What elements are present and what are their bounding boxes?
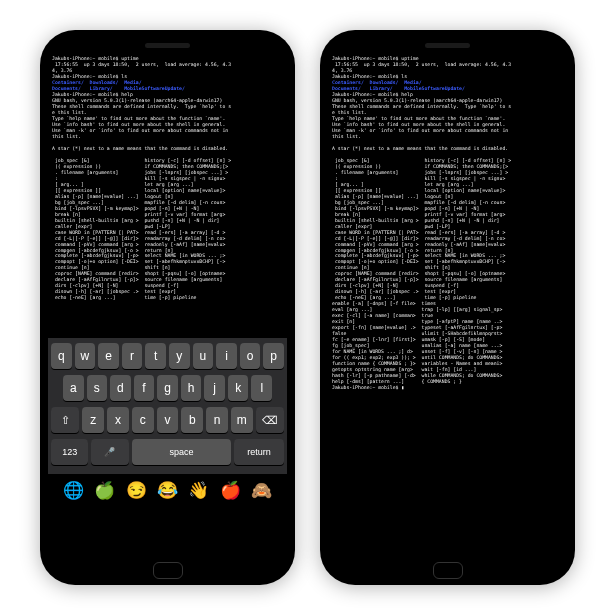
key-i[interactable]: i — [216, 343, 237, 369]
emoji-joy[interactable]: 😂 — [157, 480, 178, 501]
dir: Media/ — [404, 80, 421, 85]
kb-row-2: a s d f g h j k l — [51, 375, 284, 401]
line: These shell commands are defined interna… — [52, 104, 231, 109]
key-s[interactable]: s — [87, 375, 108, 401]
emoji-smirk[interactable]: 😏 — [126, 480, 147, 501]
key-c[interactable]: c — [132, 407, 154, 433]
emoji-wave[interactable]: 👋 — [188, 480, 209, 501]
terminal-output-left: Jakubs-iPhone:~ mobile$ uptime 17:56:55 … — [48, 53, 287, 338]
help-columns: job_spec [&] history [-c] [-d offset] [n… — [332, 158, 511, 301]
help-columns: job_spec [&] history [-c] [-d offset] [n… — [52, 158, 231, 301]
key-l[interactable]: l — [251, 375, 272, 401]
key-t[interactable]: t — [145, 343, 166, 369]
line: Use `man -k' or `info' to find out more … — [52, 128, 228, 133]
line: These shell commands are defined interna… — [332, 104, 511, 109]
line: Jakubs-iPhone:~ mobile$ help — [52, 92, 133, 97]
line: Jakubs-iPhone:~ mobile$ ls — [52, 74, 127, 79]
home-button[interactable] — [153, 562, 183, 579]
line: Jakubs-iPhone:~ mobile$ uptime — [52, 56, 139, 61]
line: Use `info bash' to find out more about t… — [52, 122, 225, 127]
key-j[interactable]: j — [204, 375, 225, 401]
line: e this list. — [332, 110, 367, 115]
dir: MobileSoftwareUpdate/ — [124, 86, 185, 91]
line: Use `info bash' to find out more about t… — [332, 122, 505, 127]
dir: Documents/ — [52, 86, 81, 91]
line: A star (*) next to a name means that the… — [332, 146, 508, 151]
line: this list. — [52, 134, 81, 139]
line: this list. — [332, 134, 361, 139]
key-d[interactable]: d — [110, 375, 131, 401]
key-p[interactable]: p — [263, 343, 284, 369]
kb-row-1: q w e r t y u i o p — [51, 343, 284, 369]
screen-right: Jakubs-iPhone:~ mobile$ uptime 17:56:55 … — [328, 53, 567, 558]
dir: MobileSoftwareUpdate/ — [404, 86, 465, 91]
emoji-see-no-evil[interactable]: 🙈 — [251, 480, 272, 501]
key-x[interactable]: x — [107, 407, 129, 433]
key-space[interactable]: space — [132, 439, 232, 465]
key-o[interactable]: o — [240, 343, 261, 369]
key-b[interactable]: b — [181, 407, 203, 433]
key-123[interactable]: 123 — [51, 439, 88, 465]
line: 4, 3.76 — [52, 68, 72, 73]
key-mic[interactable]: 🎤 — [91, 439, 128, 465]
line: e this list. — [52, 110, 87, 115]
speaker-slot — [425, 43, 470, 48]
key-n[interactable]: n — [206, 407, 228, 433]
key-h[interactable]: h — [181, 375, 202, 401]
mic-icon: 🎤 — [104, 447, 115, 457]
key-v[interactable]: v — [157, 407, 179, 433]
phone-right: Jakubs-iPhone:~ mobile$ uptime 17:56:55 … — [320, 30, 575, 585]
key-q[interactable]: q — [51, 343, 72, 369]
line: Jakubs-iPhone:~ mobile$ ls — [332, 74, 407, 79]
kb-row-3: ⇧ z x c v b n m ⌫ — [51, 407, 284, 433]
key-k[interactable]: k — [228, 375, 249, 401]
key-f[interactable]: f — [134, 375, 155, 401]
line: Type `help name' to find out more about … — [52, 116, 225, 121]
key-w[interactable]: w — [75, 343, 96, 369]
dir: Library/ — [370, 86, 393, 91]
emoji-globe[interactable]: 🌐 — [63, 480, 84, 501]
key-r[interactable]: r — [122, 343, 143, 369]
dir: Containers/ — [332, 80, 364, 85]
dir: Media/ — [124, 80, 141, 85]
key-u[interactable]: u — [193, 343, 214, 369]
dir: Downloads/ — [370, 80, 399, 85]
dir: Containers/ — [52, 80, 84, 85]
line: Jakubs-iPhone:~ mobile$ help — [332, 92, 413, 97]
key-z[interactable]: z — [82, 407, 104, 433]
line: A star (*) next to a name means that the… — [52, 146, 228, 151]
screen-left: Jakubs-iPhone:~ mobile$ uptime 17:56:55 … — [48, 53, 287, 553]
key-m[interactable]: m — [231, 407, 253, 433]
emoji-green-apple[interactable]: 🍏 — [94, 480, 115, 501]
line: Type `help name' to find out more about … — [332, 116, 505, 121]
phone-left: Jakubs-iPhone:~ mobile$ uptime 17:56:55 … — [40, 30, 295, 585]
line: GNU bash, version 5.0.3(1)-release (aarc… — [52, 98, 222, 103]
home-button[interactable] — [433, 562, 463, 579]
emoji-red-apple[interactable]: 🍎 — [220, 480, 241, 501]
kb-row-4: 123 🎤 space return — [51, 439, 284, 465]
key-y[interactable]: y — [169, 343, 190, 369]
line: Use `man -k' or `info' to find out more … — [332, 128, 508, 133]
line: GNU bash, version 5.0.3(1)-release (aarc… — [332, 98, 502, 103]
dir: Downloads/ — [90, 80, 119, 85]
help-columns-extra: enable [-a] [-dnps] [-f file> times eval… — [332, 301, 502, 390]
terminal-output-right: Jakubs-iPhone:~ mobile$ uptime 17:56:55 … — [328, 53, 567, 558]
dir: Documents/ — [332, 86, 361, 91]
line: 17:56:55 up 3 days 18:50, 2 users, load … — [332, 62, 511, 67]
line: 4, 3.76 — [332, 68, 352, 73]
dir: Library/ — [90, 86, 113, 91]
key-shift[interactable]: ⇧ — [51, 407, 79, 433]
keyboard: q w e r t y u i o p a s d f g h j k l — [48, 338, 287, 474]
key-return[interactable]: return — [234, 439, 284, 465]
key-a[interactable]: a — [63, 375, 84, 401]
emoji-bar: 🌐 🍏 😏 😂 👋 🍎 🙈 — [48, 474, 287, 507]
speaker-slot — [145, 43, 190, 48]
line: Jakubs-iPhone:~ mobile$ uptime — [332, 56, 419, 61]
key-g[interactable]: g — [157, 375, 178, 401]
line: 17:56:55 up 3 days 18:50, 2 users, load … — [52, 62, 231, 67]
key-e[interactable]: e — [98, 343, 119, 369]
key-backspace[interactable]: ⌫ — [256, 407, 284, 433]
